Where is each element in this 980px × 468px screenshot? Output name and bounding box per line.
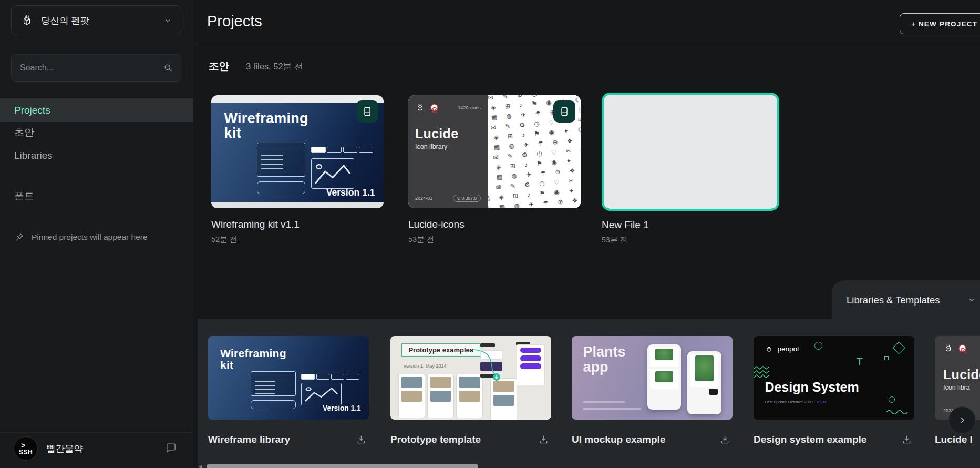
penpot-logo-icon	[943, 343, 953, 353]
sidebar-item-label: 초안	[14, 126, 34, 139]
art-zigzag	[754, 366, 772, 381]
penpot-dashboard: 당신의 펜팟 Projects 초안 Libraries 폰트	[0, 0, 980, 468]
sidebar-item-fonts[interactable]: 폰트	[14, 189, 34, 203]
file-time: 53분 전	[408, 235, 581, 245]
art-shape-square	[884, 356, 889, 360]
template-card-prototype-template[interactable]: Prototype examples Version 1, May 2024	[390, 336, 551, 445]
art-user-chip	[251, 400, 296, 409]
templates-panel: Wireframing kit	[198, 319, 980, 468]
file-card-wireframing-kit[interactable]: Wireframing kit Version 1.1	[211, 95, 384, 245]
workspace-selector[interactable]: 당신의 펜팟	[11, 5, 181, 35]
art-subtitle: Icon library	[415, 143, 481, 150]
art-title: Lucide	[415, 126, 481, 141]
sidebar-item-drafts[interactable]: 초안	[0, 120, 193, 144]
chevron-down-icon	[163, 16, 172, 25]
file-name[interactable]: Lucide-icons	[408, 219, 581, 230]
empty-file-thumbnail[interactable]	[604, 95, 777, 209]
art-title: Lucide	[943, 367, 980, 382]
art-shape-circle-small	[889, 396, 895, 403]
libraries-templates-title: Libraries & Templates	[847, 294, 940, 306]
file-thumbnail[interactable]: 1420 icons Lucide Icon library 2024-01 v…	[408, 95, 581, 208]
horizontal-scrollbar-thumb[interactable]	[207, 464, 478, 468]
profile-divider	[0, 432, 193, 433]
art-title: Wireframing kit	[224, 111, 308, 141]
penpot-logo-icon	[765, 344, 773, 353]
download-template-button[interactable]	[719, 434, 730, 445]
download-icon	[719, 434, 730, 445]
file-time: 53분 전	[602, 235, 779, 245]
plants-app-art: Plants app	[572, 336, 733, 420]
pin-icon	[15, 232, 24, 242]
avatar: >_ SSH	[14, 436, 38, 461]
art-date: 2024-01	[415, 196, 432, 201]
fonts-label: 폰트	[14, 190, 34, 201]
file-thumbnail[interactable]: Wireframing kit Version 1.1	[211, 95, 384, 208]
art-phone	[687, 351, 721, 415]
sidebar-item-label: Projects	[14, 105, 50, 116]
art-version: Version 1.1	[323, 404, 361, 412]
art-version-badge: v. 0.307.0	[453, 195, 481, 202]
art-chart	[311, 158, 354, 189]
download-icon	[901, 434, 912, 445]
file-card-new-file-1[interactable]: New File 1 53분 전	[602, 93, 779, 245]
template-thumbnail[interactable]: Prototype examples Version 1, May 2024	[390, 336, 551, 420]
file-card-lucide-icons[interactable]: 1420 icons Lucide Icon library 2024-01 v…	[408, 95, 581, 245]
template-card-wireframe-library[interactable]: Wireframing kit	[208, 336, 369, 445]
penpot-logo-icon	[415, 103, 425, 113]
template-name[interactable]: Lucide I	[935, 434, 980, 445]
search-box	[11, 54, 181, 82]
art-shape-letter: T	[857, 356, 863, 368]
template-card-design-system-example[interactable]: penpot T Design System	[754, 336, 914, 445]
design-system-art: penpot T Design System	[754, 336, 914, 420]
profile-menu[interactable]: >_ SSH 빨간물약	[14, 436, 83, 461]
art-user-chip	[257, 181, 305, 194]
workspace-name: 당신의 펜팟	[41, 14, 156, 27]
shared-library-badge	[553, 100, 575, 123]
download-template-button[interactable]	[538, 434, 549, 445]
art-phone	[647, 344, 681, 410]
sidebar: 당신의 펜팟 Projects 초안 Libraries 폰트	[0, 0, 193, 468]
comments-button[interactable]	[165, 442, 177, 454]
template-thumbnail[interactable]: penpot T Design System	[754, 336, 914, 420]
art-title: Wireframing kit	[220, 348, 286, 371]
template-card-ui-mockup-example[interactable]: Plants app UI mockup example	[572, 336, 733, 445]
search-input[interactable]	[19, 63, 163, 73]
project-name[interactable]: 조안	[209, 59, 229, 73]
libraries-templates-toggle[interactable]: Libraries & Templates	[832, 280, 980, 320]
penpot-logo-icon	[20, 14, 34, 27]
template-thumbnail[interactable]: Plants app	[572, 336, 733, 420]
file-name[interactable]: Wireframing kit v1.1	[211, 219, 384, 230]
art-flow-connector	[390, 336, 551, 420]
sidebar-item-label: Libraries	[14, 150, 53, 161]
sidebar-item-projects[interactable]: Projects	[0, 98, 193, 122]
comment-icon	[165, 442, 177, 454]
avatar-text: >_	[21, 442, 30, 449]
template-thumbnail[interactable]: Wireframing kit	[208, 336, 369, 420]
art-list-widget	[251, 371, 296, 396]
art-tabs	[301, 374, 359, 379]
art-subtitle: Icon libra	[943, 384, 980, 391]
page-title: Projects	[207, 13, 262, 30]
download-template-button[interactable]	[356, 434, 367, 445]
scroll-left-arrow[interactable]	[199, 465, 202, 468]
avatar-text: SSH	[19, 449, 33, 455]
template-name[interactable]: Wireframe library	[208, 434, 356, 445]
art-caption-bar	[583, 401, 625, 403]
lucide-panel: 1420 icons Lucide Icon library 2024-01 v…	[408, 95, 488, 208]
carousel-next-button[interactable]	[948, 406, 976, 434]
shared-library-badge	[356, 100, 378, 123]
prototype-art: Prototype examples Version 1, May 2024	[390, 336, 551, 420]
template-name[interactable]: Prototype template	[390, 434, 538, 445]
sidebar-item-libraries[interactable]: Libraries	[0, 144, 193, 167]
template-name[interactable]: Design system example	[754, 434, 901, 445]
new-project-button[interactable]: + NEW PROJECT	[900, 13, 980, 34]
library-icon	[362, 106, 373, 117]
username: 빨간물약	[46, 442, 83, 455]
chevron-down-icon	[966, 294, 977, 305]
download-icon	[538, 434, 549, 445]
library-icon	[559, 106, 570, 117]
template-name[interactable]: UI mockup example	[572, 434, 719, 445]
download-template-button[interactable]	[901, 434, 912, 445]
art-chart	[301, 383, 342, 405]
file-name[interactable]: New File 1	[602, 219, 779, 231]
